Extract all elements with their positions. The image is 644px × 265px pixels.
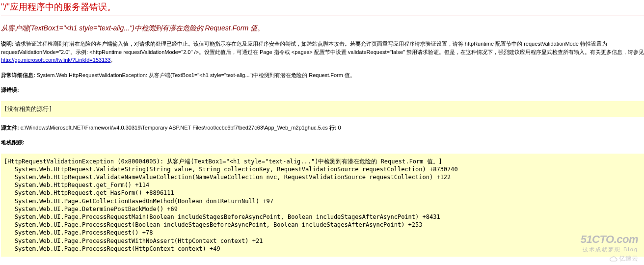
description-block: 说明: 请求验证过程检测到有潜在危险的客户端输入值，对请求的处理已经中止。该值可… <box>1 40 644 64</box>
source-error-label: 源错误: <box>1 87 19 93</box>
exception-details: 异常详细信息: System.Web.HttpRequestValidation… <box>1 71 644 80</box>
cloud-icon <box>609 256 618 262</box>
source-line-value: 0 <box>337 125 341 131</box>
source-file-label: 源文件: <box>1 125 19 131</box>
exception-text: System.Web.HttpRequestValidationExceptio… <box>35 72 355 78</box>
source-error-code: [没有相关的源行] <box>1 101 644 117</box>
description-suffix: 。 <box>110 57 116 63</box>
page-title: "/"应用程序中的服务器错误。 <box>1 1 644 16</box>
stack-trace-code: [HttpRequestValidationException (0x80004… <box>1 154 644 257</box>
more-info-link[interactable]: http://go.microsoft.com/fwlink/?LinkId=1… <box>1 57 110 63</box>
description-text: 请求验证过程检测到有潜在危险的客户端输入值，对请求的处理已经中止。该值可能指示存… <box>1 41 644 55</box>
stack-trace-label: 堆栈跟踪: <box>1 139 25 145</box>
source-file-path: c:\Windows\Microsoft.NET\Framework\v4.0.… <box>19 125 328 131</box>
exception-label: 异常详细信息: <box>1 72 35 78</box>
source-error-label-row: 源错误: <box>1 86 644 94</box>
source-file-row: 源文件: c:\Windows\Microsoft.NET\Framework\… <box>1 124 644 132</box>
description-label: 说明: <box>1 41 14 47</box>
source-line-label: 行: <box>328 125 337 131</box>
stack-trace-label-row: 堆栈跟踪: <box>1 138 644 147</box>
error-subtitle: 从客户端(TextBox1="<h1 style="text-alig...")… <box>1 24 644 33</box>
